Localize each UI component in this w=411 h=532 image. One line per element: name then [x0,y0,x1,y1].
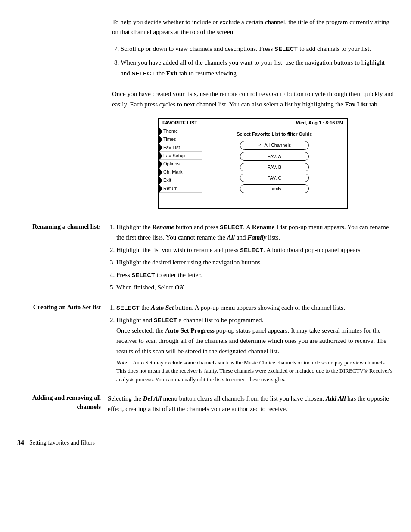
fl-tab-chmark[interactable]: Ch. Mark [159,168,202,176]
list-item-7: Scroll up or down to view channels and d… [121,44,394,55]
autoset-step-1: SELECT the Auto Set button. A pop-up men… [116,302,394,313]
intro-paragraph-1: To help you decide whether to include or… [112,17,394,37]
renaming-step-5: When finished, Select OK. [116,282,394,292]
fl-tab-exit[interactable]: Exit [159,176,202,184]
numbered-list: Scroll up or down to view channels and d… [112,44,394,82]
page-number: 34 [17,439,24,447]
fl-option-family[interactable]: Family [240,184,309,193]
autoset-step-2: Highlight and SELECT a channel list to b… [116,315,394,384]
section-content-autoset: SELECT the Auto Set button. A pop-up men… [108,302,394,386]
renaming-step-2: Highlight the list you wish to rename an… [116,245,394,255]
renaming-step-4: Press SELECT to enter the letter. [116,270,394,280]
fl-right-panel: Select Favorite List to filter Guide ✓ A… [202,127,347,208]
fl-panel-title: Select Favorite List to filter Guide [237,131,312,137]
fl-tab-times[interactable]: Times [159,135,202,143]
fl-header-right: Wed, Aug 1 · 8:16 PM [296,120,343,125]
section-content-renaming: Highlight the Rename button and press SE… [108,222,394,295]
page-footer: 34 Setting favorites and filters [17,439,394,447]
section-renaming: Renaming a channel list: Highlight the R… [17,222,394,295]
fl-body: Theme Times Fav List Fav Setup Options C… [159,127,347,208]
fl-option-fav-b[interactable]: FAV. B [240,163,309,171]
section-content-adding-removing: Selecting the Del All menu button clears… [108,393,394,414]
fl-option-all-channels[interactable]: ✓ All Channels [240,141,309,150]
fl-checkmark: ✓ [258,143,262,148]
diagram-container: FAVORITE LIST Wed, Aug 1 · 8:16 PM Theme… [112,118,394,209]
fl-tabs: Theme Times Fav List Fav Setup Options C… [159,127,202,208]
intro-text-1: To help you decide whether to include or… [112,19,389,35]
fl-tab-return[interactable]: Return [159,184,202,193]
section-label-autoset: Creating an Auto Set list [17,302,108,312]
fl-option-fav-a[interactable]: FAV. A [240,152,309,161]
list-item-8: When you have added all of the channels … [121,57,394,79]
fl-tab-options[interactable]: Options [159,160,202,168]
fl-header: FAVORITE LIST Wed, Aug 1 · 8:16 PM [159,119,347,127]
fl-tab-favsetup[interactable]: Fav Setup [159,152,202,160]
section-label-renaming: Renaming a channel list: [17,222,108,232]
fl-header-left: FAVORITE LIST [162,120,197,125]
fl-tab-favlist[interactable]: Fav List [159,143,202,152]
fl-option-fav-c[interactable]: FAV. C [240,174,309,182]
favorite-list-ui: FAVORITE LIST Wed, Aug 1 · 8:16 PM Theme… [158,118,348,209]
page-container: To help you decide whether to include or… [17,17,394,447]
autoset-note: Note: Auto Set may exclude some channels… [116,358,394,384]
section-autoset: Creating an Auto Set list SELECT the Aut… [17,302,394,386]
fl-tab-theme[interactable]: Theme [159,127,202,135]
renaming-step-1: Highlight the Rename button and press SE… [116,222,394,243]
footer-text: Setting favorites and filters [29,439,95,446]
after-list-text: Once you have created your lists, use th… [112,89,394,109]
renaming-step-3: Highlight the desired letter using the n… [116,257,394,268]
section-adding-removing: Adding and removing allchannels Selectin… [17,393,394,414]
section-label-adding-removing: Adding and removing allchannels [17,393,108,411]
